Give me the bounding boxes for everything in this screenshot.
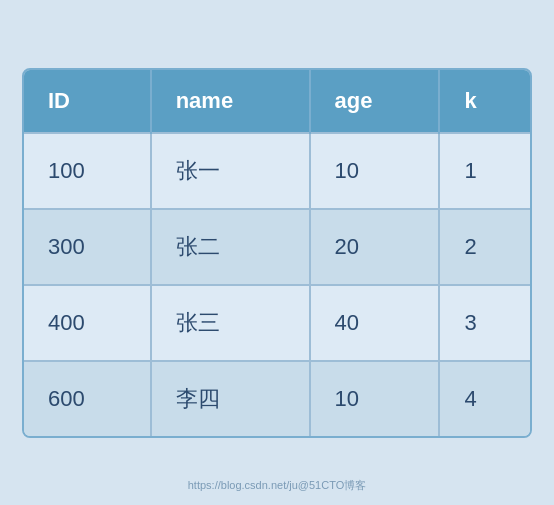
cell-age: 10 (310, 133, 440, 209)
watermark: https://blog.csdn.net/ju@51CTO博客 (188, 478, 367, 493)
col-header-id: ID (24, 70, 151, 133)
cell-k: 2 (439, 209, 530, 285)
table-row: 300张二202 (24, 209, 530, 285)
table-container: ID name age k 100张一101300张二202400张三40360… (22, 68, 532, 438)
cell-id: 300 (24, 209, 151, 285)
table-row: 100张一101 (24, 133, 530, 209)
cell-id: 600 (24, 361, 151, 436)
cell-name: 李四 (151, 361, 310, 436)
cell-k: 4 (439, 361, 530, 436)
cell-name: 张三 (151, 285, 310, 361)
col-header-age: age (310, 70, 440, 133)
cell-age: 20 (310, 209, 440, 285)
cell-k: 1 (439, 133, 530, 209)
cell-id: 100 (24, 133, 151, 209)
table-header-row: ID name age k (24, 70, 530, 133)
col-header-k: k (439, 70, 530, 133)
cell-name: 张二 (151, 209, 310, 285)
cell-id: 400 (24, 285, 151, 361)
table-row: 400张三403 (24, 285, 530, 361)
col-header-name: name (151, 70, 310, 133)
cell-age: 40 (310, 285, 440, 361)
cell-age: 10 (310, 361, 440, 436)
cell-k: 3 (439, 285, 530, 361)
data-table: ID name age k 100张一101300张二202400张三40360… (24, 70, 530, 436)
cell-name: 张一 (151, 133, 310, 209)
page-wrapper: ID name age k 100张一101300张二202400张三40360… (0, 0, 554, 505)
table-row: 600李四104 (24, 361, 530, 436)
